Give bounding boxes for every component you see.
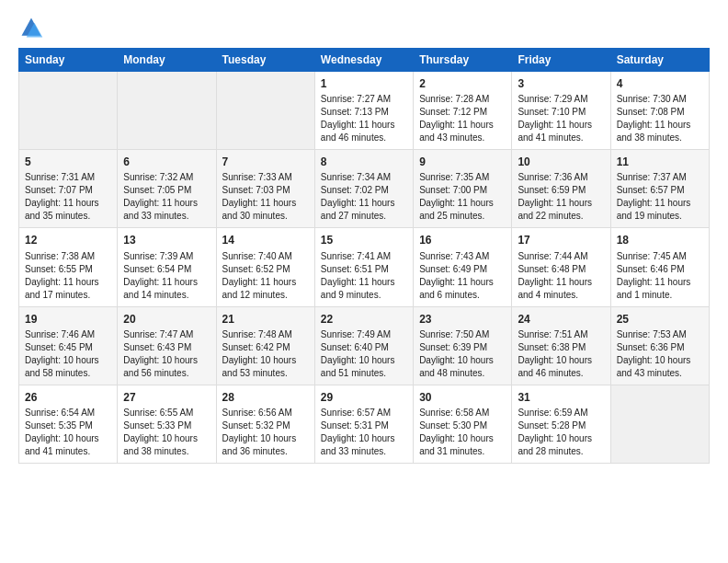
logo [18,15,48,40]
calendar-cell-3-2: 13Sunrise: 7:39 AM Sunset: 6:54 PM Dayli… [118,228,216,306]
calendar-cell-3-3: 14Sunrise: 7:40 AM Sunset: 6:52 PM Dayli… [216,228,314,306]
calendar-cell-4-1: 19Sunrise: 7:46 AM Sunset: 6:45 PM Dayli… [19,306,118,385]
calendar-cell-1-7: 4Sunrise: 7:30 AM Sunset: 7:08 PM Daylig… [610,72,709,150]
day-number: 30 [419,390,506,405]
calendar-header-row: SundayMondayTuesdayWednesdayThursdayFrid… [19,49,710,72]
calendar-cell-1-5: 2Sunrise: 7:28 AM Sunset: 7:12 PM Daylig… [414,72,512,150]
calendar-week-2: 5Sunrise: 7:31 AM Sunset: 7:07 PM Daylig… [19,150,710,228]
day-info: Sunrise: 6:56 AM Sunset: 5:32 PM Dayligh… [222,407,309,458]
calendar-dow-monday: Monday [118,49,216,72]
calendar-cell-3-7: 18Sunrise: 7:45 AM Sunset: 6:46 PM Dayli… [610,228,709,306]
day-info: Sunrise: 6:58 AM Sunset: 5:30 PM Dayligh… [419,407,506,458]
day-number: 21 [222,312,309,327]
day-number: 10 [518,155,604,169]
calendar-cell-5-7 [610,385,709,463]
calendar-cell-2-6: 10Sunrise: 7:36 AM Sunset: 6:59 PM Dayli… [512,150,610,228]
day-number: 5 [25,155,111,169]
calendar-cell-5-4: 29Sunrise: 6:57 AM Sunset: 5:31 PM Dayli… [314,385,413,463]
calendar-cell-2-2: 6Sunrise: 7:32 AM Sunset: 7:05 PM Daylig… [118,150,216,228]
page: SundayMondayTuesdayWednesdayThursdayFrid… [0,0,728,563]
calendar-cell-5-5: 30Sunrise: 6:58 AM Sunset: 5:30 PM Dayli… [414,385,512,463]
day-info: Sunrise: 7:48 AM Sunset: 6:42 PM Dayligh… [222,328,309,380]
calendar-cell-1-3 [216,72,314,150]
day-number: 11 [617,155,703,169]
calendar-week-1: 1Sunrise: 7:27 AM Sunset: 7:13 PM Daylig… [19,72,710,150]
calendar-cell-2-1: 5Sunrise: 7:31 AM Sunset: 7:07 PM Daylig… [19,150,118,228]
logo-icon [18,15,44,40]
calendar-cell-4-7: 25Sunrise: 7:53 AM Sunset: 6:36 PM Dayli… [610,306,709,385]
calendar-cell-4-2: 20Sunrise: 7:47 AM Sunset: 6:43 PM Dayli… [118,306,216,385]
calendar-cell-1-2 [118,72,216,150]
calendar-cell-5-3: 28Sunrise: 6:56 AM Sunset: 5:32 PM Dayli… [216,385,314,463]
calendar-dow-friday: Friday [512,49,610,72]
day-info: Sunrise: 6:55 AM Sunset: 5:33 PM Dayligh… [123,407,210,458]
day-number: 26 [25,390,111,405]
day-info: Sunrise: 7:27 AM Sunset: 7:13 PM Dayligh… [321,93,407,144]
calendar-week-3: 12Sunrise: 7:38 AM Sunset: 6:55 PM Dayli… [19,228,710,306]
day-info: Sunrise: 7:53 AM Sunset: 6:36 PM Dayligh… [617,328,703,380]
calendar-cell-5-2: 27Sunrise: 6:55 AM Sunset: 5:33 PM Dayli… [118,385,216,463]
day-number: 24 [518,312,604,327]
calendar-cell-2-7: 11Sunrise: 7:37 AM Sunset: 6:57 PM Dayli… [610,150,709,228]
day-number: 27 [123,390,210,405]
calendar-cell-4-4: 22Sunrise: 7:49 AM Sunset: 6:40 PM Dayli… [314,306,413,385]
day-number: 15 [321,233,407,247]
day-number: 19 [25,312,111,327]
calendar-cell-2-4: 8Sunrise: 7:34 AM Sunset: 7:02 PM Daylig… [314,150,413,228]
day-number: 20 [123,312,210,327]
day-info: Sunrise: 7:35 AM Sunset: 7:00 PM Dayligh… [419,171,506,223]
calendar-cell-5-1: 26Sunrise: 6:54 AM Sunset: 5:35 PM Dayli… [19,385,118,463]
day-number: 29 [321,390,407,405]
calendar-week-5: 26Sunrise: 6:54 AM Sunset: 5:35 PM Dayli… [19,385,710,463]
day-number: 8 [321,155,407,169]
calendar-cell-2-3: 7Sunrise: 7:33 AM Sunset: 7:03 PM Daylig… [216,150,314,228]
calendar-dow-thursday: Thursday [414,49,512,72]
day-number: 25 [617,312,703,327]
day-number: 28 [222,390,309,405]
day-number: 9 [419,155,506,169]
day-info: Sunrise: 7:51 AM Sunset: 6:38 PM Dayligh… [518,328,604,380]
day-info: Sunrise: 7:28 AM Sunset: 7:12 PM Dayligh… [419,93,506,144]
calendar-cell-1-6: 3Sunrise: 7:29 AM Sunset: 7:10 PM Daylig… [512,72,610,150]
day-info: Sunrise: 7:45 AM Sunset: 6:46 PM Dayligh… [617,250,703,302]
day-info: Sunrise: 6:59 AM Sunset: 5:28 PM Dayligh… [518,407,604,458]
day-number: 22 [321,312,407,327]
day-number: 17 [518,233,604,247]
day-info: Sunrise: 7:46 AM Sunset: 6:45 PM Dayligh… [25,328,111,380]
calendar-table: SundayMondayTuesdayWednesdayThursdayFrid… [18,48,710,464]
day-number: 13 [123,233,210,247]
calendar-cell-1-4: 1Sunrise: 7:27 AM Sunset: 7:13 PM Daylig… [314,72,413,150]
day-number: 16 [419,233,506,247]
day-number: 18 [617,233,703,247]
day-number: 12 [25,233,111,247]
day-number: 31 [518,390,604,405]
day-number: 23 [419,312,506,327]
day-info: Sunrise: 7:49 AM Sunset: 6:40 PM Dayligh… [321,328,407,380]
day-info: Sunrise: 7:34 AM Sunset: 7:02 PM Dayligh… [321,171,407,223]
day-info: Sunrise: 7:50 AM Sunset: 6:39 PM Dayligh… [419,328,506,380]
day-info: Sunrise: 6:54 AM Sunset: 5:35 PM Dayligh… [25,407,111,458]
calendar-cell-5-6: 31Sunrise: 6:59 AM Sunset: 5:28 PM Dayli… [512,385,610,463]
day-info: Sunrise: 7:43 AM Sunset: 6:49 PM Dayligh… [419,250,506,302]
calendar-dow-tuesday: Tuesday [216,49,314,72]
day-info: Sunrise: 6:57 AM Sunset: 5:31 PM Dayligh… [321,407,407,458]
calendar-cell-3-6: 17Sunrise: 7:44 AM Sunset: 6:48 PM Dayli… [512,228,610,306]
day-info: Sunrise: 7:31 AM Sunset: 7:07 PM Dayligh… [25,171,111,223]
day-info: Sunrise: 7:32 AM Sunset: 7:05 PM Dayligh… [123,171,210,223]
day-info: Sunrise: 7:40 AM Sunset: 6:52 PM Dayligh… [222,250,309,302]
day-info: Sunrise: 7:29 AM Sunset: 7:10 PM Dayligh… [518,93,604,144]
day-number: 1 [321,76,407,91]
day-info: Sunrise: 7:39 AM Sunset: 6:54 PM Dayligh… [123,250,210,302]
day-info: Sunrise: 7:36 AM Sunset: 6:59 PM Dayligh… [518,171,604,223]
calendar-cell-2-5: 9Sunrise: 7:35 AM Sunset: 7:00 PM Daylig… [414,150,512,228]
calendar-cell-3-1: 12Sunrise: 7:38 AM Sunset: 6:55 PM Dayli… [19,228,118,306]
day-info: Sunrise: 7:30 AM Sunset: 7:08 PM Dayligh… [617,93,703,144]
calendar-cell-3-4: 15Sunrise: 7:41 AM Sunset: 6:51 PM Dayli… [314,228,413,306]
day-info: Sunrise: 7:33 AM Sunset: 7:03 PM Dayligh… [222,171,309,223]
calendar-cell-4-3: 21Sunrise: 7:48 AM Sunset: 6:42 PM Dayli… [216,306,314,385]
day-info: Sunrise: 7:37 AM Sunset: 6:57 PM Dayligh… [617,171,703,223]
day-number: 4 [617,76,703,91]
day-info: Sunrise: 7:38 AM Sunset: 6:55 PM Dayligh… [25,250,111,302]
calendar-cell-4-5: 23Sunrise: 7:50 AM Sunset: 6:39 PM Dayli… [414,306,512,385]
calendar-cell-4-6: 24Sunrise: 7:51 AM Sunset: 6:38 PM Dayli… [512,306,610,385]
